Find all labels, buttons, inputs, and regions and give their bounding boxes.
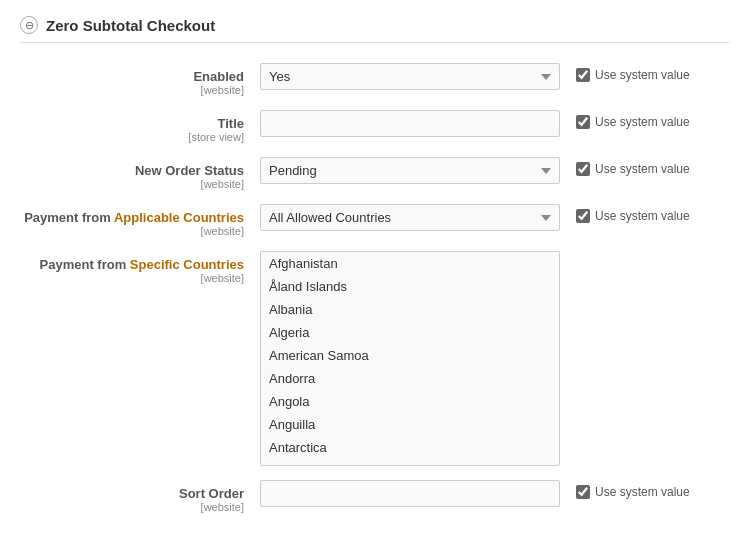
title-scope: [store view] <box>20 131 244 143</box>
sort-order-row: Sort Order [website] 1 Use system value <box>20 480 730 513</box>
enabled-system-checkbox[interactable] <box>576 68 590 82</box>
title-system-checkbox[interactable] <box>576 115 590 129</box>
applicable-countries-row: Payment from Applicable Countries [websi… <box>20 204 730 237</box>
sort-order-input[interactable]: 1 <box>260 480 560 507</box>
specific-countries-label: Payment from Specific Countries <box>20 257 244 272</box>
specific-countries-system-value-col <box>560 251 576 256</box>
new-order-status-label-col: New Order Status [website] <box>20 157 260 190</box>
sort-order-label: Sort Order <box>20 486 244 501</box>
enabled-input-col: Yes No <box>260 63 560 90</box>
specific-countries-row: Payment from Specific Countries [website… <box>20 251 730 466</box>
page-container: ⊖ Zero Subtotal Checkout Enabled [websit… <box>0 0 750 536</box>
enabled-row: Enabled [website] Yes No Use system valu… <box>20 63 730 96</box>
title-input[interactable]: No Payment Information Required <box>260 110 560 137</box>
applicable-label-highlight: Applicable Countries <box>114 210 244 225</box>
applicable-countries-select[interactable]: All Allowed Countries Specific Countries <box>260 204 560 231</box>
title-label-col: Title [store view] <box>20 110 260 143</box>
applicable-countries-label: Payment from Applicable Countries <box>20 210 244 225</box>
title-system-label: Use system value <box>595 115 690 129</box>
applicable-countries-input-col: All Allowed Countries Specific Countries <box>260 204 560 231</box>
enabled-select[interactable]: Yes No <box>260 63 560 90</box>
new-order-status-input-col: Pending Processing <box>260 157 560 184</box>
applicable-label-bold: Payment from <box>24 210 114 225</box>
new-order-status-scope: [website] <box>20 178 244 190</box>
sort-order-system-label: Use system value <box>595 485 690 499</box>
new-order-status-label: New Order Status <box>20 163 244 178</box>
applicable-countries-scope: [website] <box>20 225 244 237</box>
new-order-status-system-label: Use system value <box>595 162 690 176</box>
sort-order-system-value-col: Use system value <box>560 480 690 499</box>
enabled-label-col: Enabled [website] <box>20 63 260 96</box>
enabled-system-value-col: Use system value <box>560 63 690 82</box>
sort-order-input-col: 1 <box>260 480 560 507</box>
sort-order-system-checkbox[interactable] <box>576 485 590 499</box>
new-order-status-system-value-col: Use system value <box>560 157 690 176</box>
enabled-label: Enabled <box>20 69 244 84</box>
collapse-icon[interactable]: ⊖ <box>20 16 38 34</box>
specific-countries-input-col: AfghanistanÅland IslandsAlbaniaAlgeriaAm… <box>260 251 560 466</box>
enabled-scope: [website] <box>20 84 244 96</box>
specific-label-bold: Payment from <box>40 257 130 272</box>
title-row: Title [store view] No Payment Informatio… <box>20 110 730 143</box>
new-order-status-row: New Order Status [website] Pending Proce… <box>20 157 730 190</box>
section-title: Zero Subtotal Checkout <box>46 17 215 34</box>
new-order-status-select[interactable]: Pending Processing <box>260 157 560 184</box>
applicable-countries-label-col: Payment from Applicable Countries [websi… <box>20 204 260 237</box>
specific-countries-scope: [website] <box>20 272 244 284</box>
applicable-countries-system-checkbox[interactable] <box>576 209 590 223</box>
applicable-countries-system-value-col: Use system value <box>560 204 690 223</box>
title-input-col: No Payment Information Required <box>260 110 560 137</box>
section-header: ⊖ Zero Subtotal Checkout <box>20 16 730 43</box>
specific-countries-multiselect[interactable]: AfghanistanÅland IslandsAlbaniaAlgeriaAm… <box>260 251 560 466</box>
new-order-status-system-checkbox[interactable] <box>576 162 590 176</box>
specific-countries-label-col: Payment from Specific Countries [website… <box>20 251 260 284</box>
sort-order-label-col: Sort Order [website] <box>20 480 260 513</box>
sort-order-scope: [website] <box>20 501 244 513</box>
title-label: Title <box>20 116 244 131</box>
title-system-value-col: Use system value <box>560 110 690 129</box>
applicable-countries-system-label: Use system value <box>595 209 690 223</box>
specific-label-highlight: Specific Countries <box>130 257 244 272</box>
enabled-system-label: Use system value <box>595 68 690 82</box>
